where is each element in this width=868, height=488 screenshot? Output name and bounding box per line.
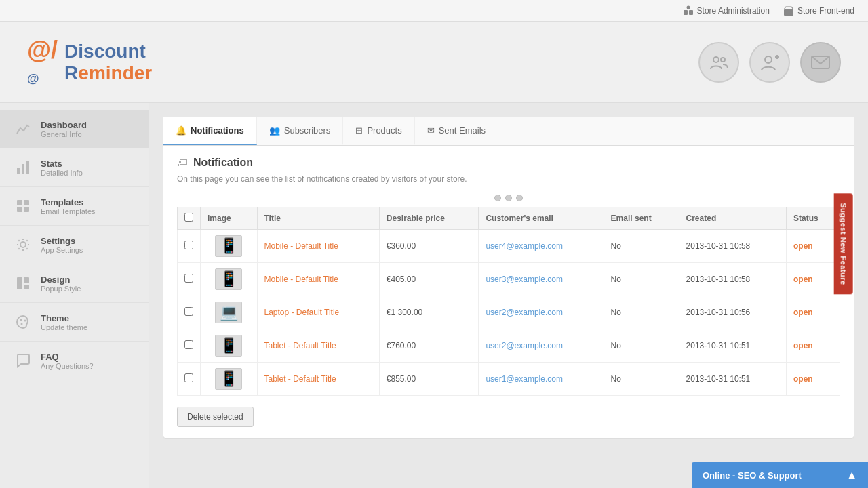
row-email-link-1[interactable]: user3@example.com bbox=[486, 274, 563, 284]
row-checkbox-2[interactable] bbox=[184, 307, 193, 316]
pagination-dot-3[interactable] bbox=[516, 195, 523, 201]
row-title-link-2[interactable]: Laptop - Default Title bbox=[264, 308, 340, 317]
store-frontend-link[interactable]: Store Front-end bbox=[783, 5, 854, 16]
sidebar-item-design[interactable]: Design Popup Style bbox=[0, 264, 149, 303]
svg-rect-10 bbox=[17, 168, 20, 174]
select-all-checkbox[interactable] bbox=[184, 213, 193, 222]
sidebar-item-templates[interactable]: Templates Email Templates bbox=[0, 187, 149, 226]
header: @/@ Discount Reminder bbox=[0, 22, 868, 103]
table-row: 📱 Mobile - Default Title €360.00 user4@e… bbox=[178, 230, 840, 263]
row-email-sent-cell: No bbox=[604, 329, 679, 363]
bell-icon: 🔔 bbox=[176, 125, 186, 136]
row-checkbox-4[interactable] bbox=[184, 373, 193, 382]
main-card: 🔔 Notifications 👥 Subscribers ⊞ Products… bbox=[163, 117, 854, 439]
svg-rect-1 bbox=[689, 10, 693, 15]
svg-rect-19 bbox=[24, 277, 29, 283]
tab-bar: 🔔 Notifications 👥 Subscribers ⊞ Products… bbox=[163, 117, 854, 146]
svg-rect-12 bbox=[26, 161, 29, 174]
row-checkbox-1[interactable] bbox=[184, 274, 193, 283]
row-email-sent-cell: No bbox=[604, 230, 679, 263]
row-email-sent-cell: No bbox=[604, 263, 679, 296]
notifications-table-wrapper: Image Title Desirable price Customer's e… bbox=[163, 207, 854, 407]
faq-label: FAQ bbox=[41, 352, 94, 362]
sidebar-item-settings[interactable]: Settings App Settings bbox=[0, 226, 149, 264]
product-image-4: 📱 bbox=[215, 368, 242, 390]
main-layout: Dashboard General Info Stats Detailed In… bbox=[0, 103, 868, 488]
sidebar-item-theme[interactable]: Theme Update theme bbox=[0, 303, 149, 342]
row-status-link-0[interactable]: open bbox=[793, 241, 813, 251]
row-email-link-0[interactable]: user4@example.com bbox=[486, 241, 563, 251]
svg-rect-15 bbox=[17, 207, 22, 212]
col-title: Title bbox=[257, 207, 379, 230]
col-status: Status bbox=[786, 207, 840, 230]
row-title-link-4[interactable]: Tablet - Default Title bbox=[264, 374, 336, 384]
faq-icon bbox=[14, 351, 33, 370]
products-icon: ⊞ bbox=[355, 125, 363, 136]
svg-rect-18 bbox=[17, 277, 22, 289]
tab-products[interactable]: ⊞ Products bbox=[343, 117, 414, 145]
suggest-feature-button[interactable]: Suggest New Feature bbox=[833, 193, 852, 294]
row-image-cell: 📱 bbox=[201, 363, 258, 396]
row-price-cell: €760.00 bbox=[379, 329, 479, 363]
row-image-cell: 📱 bbox=[201, 230, 258, 263]
row-title-link-1[interactable]: Mobile - Default Title bbox=[264, 274, 338, 284]
table-row: 💻 Laptop - Default Title €1 300.00 user2… bbox=[178, 296, 840, 329]
delete-selected-button[interactable]: Delete selected bbox=[177, 407, 254, 427]
row-title-cell: Mobile - Default Title bbox=[257, 230, 379, 263]
sidebar-item-faq[interactable]: FAQ Any Questions? bbox=[0, 342, 149, 380]
row-title-link-3[interactable]: Tablet - Default Title bbox=[264, 341, 336, 350]
seo-bar-chevron-icon: ▲ bbox=[846, 469, 857, 481]
row-email-cell: user4@example.com bbox=[479, 230, 604, 263]
users-icon-btn[interactable] bbox=[698, 42, 739, 83]
sidebar-item-stats[interactable]: Stats Detailed Info bbox=[0, 148, 149, 187]
row-checkbox-cell bbox=[178, 263, 201, 296]
row-checkbox-0[interactable] bbox=[184, 241, 193, 249]
row-email-sent-cell: No bbox=[604, 296, 679, 329]
user-add-icon-btn[interactable] bbox=[749, 42, 790, 83]
row-title-link-0[interactable]: Mobile - Default Title bbox=[264, 241, 338, 251]
row-status-link-2[interactable]: open bbox=[793, 308, 813, 317]
row-email-cell: user2@example.com bbox=[479, 296, 604, 329]
row-email-link-3[interactable]: user2@example.com bbox=[486, 341, 563, 350]
row-status-link-1[interactable]: open bbox=[793, 274, 813, 284]
row-image-cell: 📱 bbox=[201, 263, 258, 296]
col-created: Created bbox=[679, 207, 786, 230]
mail-icon bbox=[811, 56, 830, 69]
product-image-2: 💻 bbox=[215, 302, 242, 323]
group-icon bbox=[709, 53, 728, 72]
row-checkbox-3[interactable] bbox=[184, 340, 193, 349]
row-title-cell: Mobile - Default Title bbox=[257, 263, 379, 296]
pagination-dots bbox=[163, 192, 854, 207]
mail-icon-btn[interactable] bbox=[800, 42, 841, 83]
row-email-cell: user1@example.com bbox=[479, 363, 604, 396]
col-email: Customer's email bbox=[479, 207, 604, 230]
table-row: 📱 Mobile - Default Title €405.00 user3@e… bbox=[178, 263, 840, 296]
tab-sent-emails[interactable]: ✉ Sent Emails bbox=[415, 117, 498, 145]
row-email-link-4[interactable]: user1@example.com bbox=[486, 374, 563, 384]
row-status-link-3[interactable]: open bbox=[793, 341, 813, 350]
svg-rect-14 bbox=[24, 200, 29, 205]
sidebar: Dashboard General Info Stats Detailed In… bbox=[0, 103, 149, 488]
row-status-link-4[interactable]: open bbox=[793, 374, 813, 384]
user-add-icon bbox=[760, 53, 779, 72]
dashboard-label: Dashboard bbox=[41, 120, 87, 130]
stats-label: Stats bbox=[41, 159, 83, 169]
pagination-dot-1[interactable] bbox=[494, 195, 501, 201]
sidebar-item-dashboard[interactable]: Dashboard General Info bbox=[0, 110, 149, 148]
store-admin-link[interactable]: Store Administration bbox=[683, 5, 770, 16]
row-price-cell: €405.00 bbox=[379, 263, 479, 296]
row-title-cell: Tablet - Default Title bbox=[257, 363, 379, 396]
store-admin-icon bbox=[683, 5, 694, 16]
tab-subscribers[interactable]: 👥 Subscribers bbox=[257, 117, 344, 145]
row-email-link-2[interactable]: user2@example.com bbox=[486, 308, 563, 317]
seo-bar[interactable]: Online - SEO & Support ▲ bbox=[692, 462, 868, 488]
chart-icon bbox=[14, 119, 33, 138]
row-title-cell: Laptop - Default Title bbox=[257, 296, 379, 329]
pagination-dot-2[interactable] bbox=[505, 195, 512, 201]
logo-text: Discount Reminder bbox=[64, 41, 152, 84]
svg-point-23 bbox=[21, 323, 23, 325]
row-image-cell: 📱 bbox=[201, 329, 258, 363]
tab-notifications[interactable]: 🔔 Notifications bbox=[163, 117, 257, 145]
subscribers-icon: 👥 bbox=[269, 125, 280, 136]
dashboard-sublabel: General Info bbox=[41, 130, 87, 138]
